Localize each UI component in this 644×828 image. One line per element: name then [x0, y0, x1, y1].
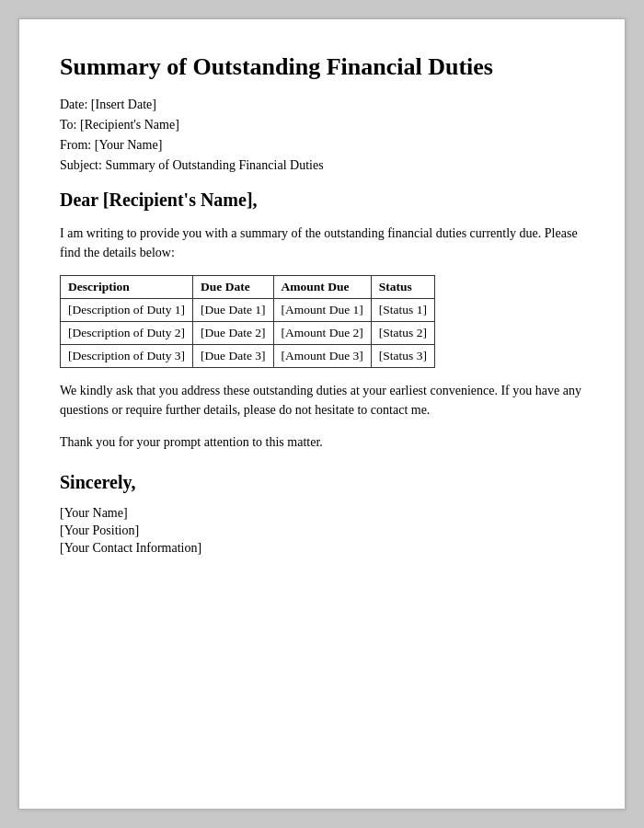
- table-cell-r1-c3: [Status 2]: [371, 322, 434, 345]
- table-cell-r2-c3: [Status 3]: [371, 345, 434, 368]
- table-header-row: Description Due Date Amount Due Status: [61, 276, 435, 299]
- greeting: Dear [Recipient's Name],: [60, 190, 584, 211]
- signature-position: [Your Position]: [60, 523, 584, 538]
- col-status: Status: [371, 276, 434, 299]
- document-page: Summary of Outstanding Financial Duties …: [18, 18, 626, 810]
- to-line: To: [Recipient's Name]: [60, 118, 584, 132]
- col-due-date: Due Date: [193, 276, 273, 299]
- signature-contact: [Your Contact Information]: [60, 541, 584, 556]
- table-cell-r2-c1: [Due Date 3]: [193, 345, 273, 368]
- table-row: [Description of Duty 3][Due Date 3][Amou…: [61, 345, 435, 368]
- table-cell-r1-c0: [Description of Duty 2]: [61, 322, 193, 345]
- intro-paragraph: I am writing to provide you with a summa…: [60, 224, 584, 262]
- table-cell-r2-c0: [Description of Duty 3]: [61, 345, 193, 368]
- date-line: Date: [Insert Date]: [60, 98, 584, 112]
- table-row: [Description of Duty 2][Due Date 2][Amou…: [61, 322, 435, 345]
- table-cell-r0-c3: [Status 1]: [371, 299, 434, 322]
- table-cell-r0-c1: [Due Date 1]: [193, 299, 273, 322]
- closing: Sincerely,: [60, 472, 584, 493]
- subject-line: Subject: Summary of Outstanding Financia…: [60, 158, 584, 173]
- table-cell-r0-c2: [Amount Due 1]: [273, 299, 371, 322]
- table-cell-r0-c0: [Description of Duty 1]: [61, 299, 193, 322]
- duties-table: Description Due Date Amount Due Status […: [60, 275, 435, 368]
- table-cell-r1-c2: [Amount Due 2]: [273, 322, 371, 345]
- thank-you-paragraph: Thank you for your prompt attention to t…: [60, 432, 584, 452]
- from-line: From: [Your Name]: [60, 138, 584, 153]
- col-description: Description: [61, 276, 193, 299]
- follow-up-paragraph: We kindly ask that you address these out…: [60, 381, 584, 420]
- document-title: Summary of Outstanding Financial Duties: [60, 52, 584, 81]
- signature-name: [Your Name]: [60, 506, 584, 521]
- table-cell-r1-c1: [Due Date 2]: [193, 322, 273, 345]
- table-cell-r2-c2: [Amount Due 3]: [273, 345, 371, 368]
- table-row: [Description of Duty 1][Due Date 1][Amou…: [61, 299, 435, 322]
- col-amount-due: Amount Due: [273, 276, 371, 299]
